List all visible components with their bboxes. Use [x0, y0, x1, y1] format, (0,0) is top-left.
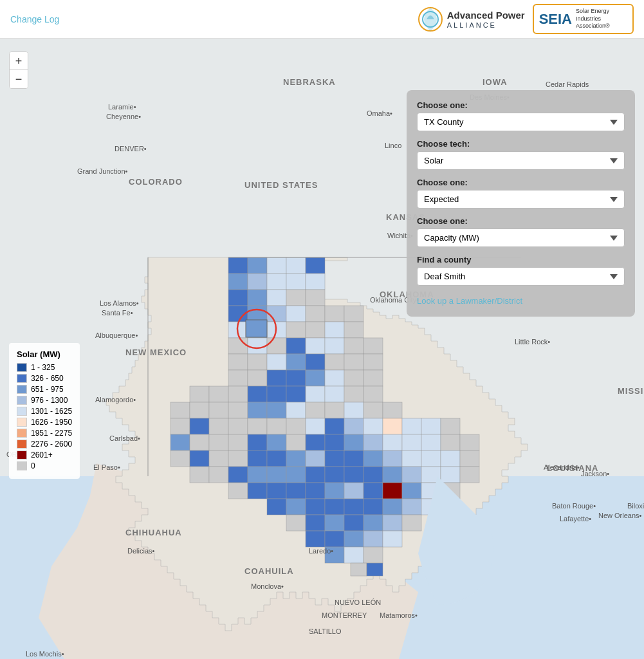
- advanced-power-logo: Advanced Power ALLIANCE: [418, 6, 525, 32]
- svg-rect-45: [286, 354, 306, 370]
- ap-name: Advanced Power: [447, 10, 525, 21]
- svg-rect-50: [228, 370, 248, 386]
- choose-tech-select[interactable]: Solar: [417, 151, 625, 170]
- svg-rect-32: [325, 322, 344, 338]
- svg-rect-175: [325, 547, 344, 563]
- choose-one-label-1: Choose one:: [417, 100, 625, 110]
- svg-rect-136: [363, 467, 383, 483]
- svg-rect-144: [267, 483, 286, 499]
- svg-rect-121: [363, 450, 383, 467]
- svg-rect-51: [248, 370, 267, 386]
- svg-rect-48: [344, 354, 363, 370]
- svg-rect-158: [344, 499, 363, 515]
- legend-item-label: 1951 - 2275: [31, 429, 72, 438]
- svg-rect-10: [228, 274, 248, 290]
- svg-rect-128: [209, 467, 228, 483]
- svg-rect-97: [209, 434, 228, 450]
- choose-one-select-3[interactable]: Capacity (MW): [417, 228, 625, 247]
- svg-rect-46: [306, 354, 325, 370]
- svg-rect-64: [306, 386, 325, 402]
- svg-rect-159: [363, 499, 383, 515]
- svg-rect-176: [344, 547, 363, 563]
- svg-rect-154: [267, 499, 286, 515]
- svg-rect-86: [286, 418, 306, 434]
- svg-rect-13: [286, 274, 306, 290]
- svg-rect-78: [363, 402, 383, 418]
- svg-rect-33: [344, 322, 363, 338]
- svg-rect-14: [306, 274, 325, 290]
- legend-color-swatch: [17, 363, 27, 372]
- svg-rect-62: [267, 386, 286, 402]
- svg-rect-75: [306, 402, 325, 418]
- svg-rect-21: [248, 306, 267, 322]
- svg-rect-57: [363, 370, 383, 386]
- legend-title: Solar (MW): [17, 349, 72, 359]
- svg-rect-167: [363, 515, 383, 531]
- find-county-select[interactable]: Deaf Smith: [417, 267, 625, 286]
- svg-rect-146: [306, 483, 325, 499]
- zoom-out-button[interactable]: −: [10, 70, 28, 88]
- svg-rect-80: [170, 418, 190, 434]
- svg-rect-65: [325, 386, 344, 402]
- svg-rect-70: [209, 402, 228, 418]
- svg-rect-74: [286, 402, 306, 418]
- svg-rect-41: [363, 338, 383, 354]
- svg-rect-66: [344, 386, 363, 402]
- svg-rect-124: [421, 450, 441, 467]
- svg-rect-102: [306, 434, 325, 450]
- svg-rect-114: [228, 450, 248, 467]
- svg-rect-56: [344, 370, 363, 386]
- svg-rect-171: [325, 531, 344, 547]
- svg-rect-108: [421, 434, 441, 450]
- svg-rect-130: [248, 467, 267, 483]
- svg-rect-112: [190, 450, 209, 467]
- svg-rect-161: [402, 499, 421, 515]
- choose-tech-group: Choose tech: Solar: [417, 139, 625, 170]
- svg-rect-26: [344, 306, 363, 322]
- svg-rect-54: [306, 370, 325, 386]
- logos: Advanced Power ALLIANCE SEIA Solar Energ…: [418, 4, 634, 34]
- svg-rect-6: [248, 257, 267, 274]
- svg-rect-177: [363, 547, 383, 563]
- svg-rect-47: [325, 354, 344, 370]
- svg-rect-89: [344, 418, 363, 434]
- svg-rect-34: [228, 338, 248, 354]
- ap-logo-text: Advanced Power ALLIANCE: [447, 10, 525, 29]
- svg-rect-105: [363, 434, 383, 450]
- choose-one-select-2[interactable]: Expected: [417, 190, 625, 209]
- svg-rect-156: [306, 499, 325, 515]
- svg-rect-116: [267, 450, 286, 467]
- svg-rect-180: [246, 320, 267, 337]
- seia-desc: Solar Energy Industries Association®: [576, 8, 627, 30]
- svg-rect-145: [286, 483, 306, 499]
- lookup-lawmaker-link[interactable]: Look up a Lawmaker/District: [417, 296, 522, 306]
- svg-rect-19: [306, 290, 325, 306]
- svg-rect-101: [286, 434, 306, 450]
- choose-tech-label: Choose tech:: [417, 139, 625, 149]
- choose-one-group-2: Choose one: Expected: [417, 178, 625, 209]
- svg-rect-160: [383, 499, 402, 515]
- zoom-in-button[interactable]: +: [10, 52, 28, 70]
- seia-logo: SEIA Solar Energy Industries Association…: [533, 4, 634, 34]
- svg-rect-123: [402, 450, 421, 467]
- legend-color-swatch: [17, 385, 27, 394]
- svg-rect-17: [267, 290, 286, 306]
- svg-rect-140: [441, 467, 460, 483]
- svg-rect-170: [306, 531, 325, 547]
- legend-item: 651 - 975: [17, 385, 72, 394]
- choose-one-select-1[interactable]: TX County: [417, 113, 625, 131]
- svg-rect-37: [286, 338, 306, 354]
- svg-rect-107: [402, 434, 421, 450]
- svg-rect-104: [344, 434, 363, 450]
- svg-rect-44: [267, 354, 286, 370]
- svg-rect-118: [306, 450, 325, 467]
- change-log-link[interactable]: Change Log: [10, 14, 59, 24]
- legend-color-swatch: [17, 429, 27, 438]
- legend-color-swatch: [17, 374, 27, 383]
- legend: Solar (MW) 1 - 325326 - 650651 - 975976 …: [9, 343, 80, 479]
- svg-rect-12: [267, 274, 286, 290]
- control-panel: Choose one: TX County Choose tech: Solar…: [407, 90, 635, 317]
- svg-rect-15: [228, 290, 248, 306]
- svg-rect-24: [306, 306, 325, 322]
- svg-rect-109: [441, 434, 460, 450]
